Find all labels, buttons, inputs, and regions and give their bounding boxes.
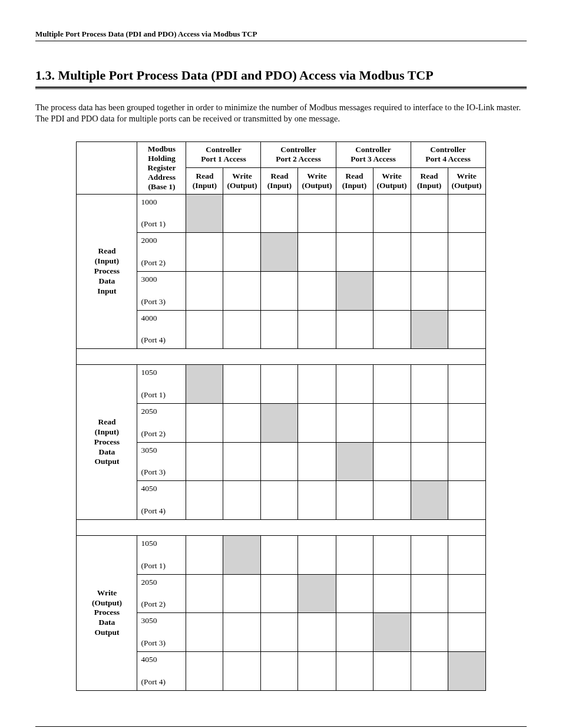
cell-address: 4050(Port 4) bbox=[137, 481, 186, 520]
cell-write bbox=[298, 271, 336, 310]
table-row: 4050(Port 4) bbox=[77, 481, 485, 520]
cell-write bbox=[223, 652, 261, 691]
cell-read bbox=[261, 481, 298, 520]
table-row: 4050(Port 4) bbox=[77, 652, 485, 691]
cell-write bbox=[448, 271, 485, 310]
th-text: Register bbox=[147, 163, 176, 172]
cell-read bbox=[186, 574, 223, 613]
cell-read bbox=[261, 233, 298, 272]
cell-address: 1050(Port 1) bbox=[137, 536, 186, 575]
th-write: Write(Output) bbox=[373, 168, 411, 195]
cell-write bbox=[298, 310, 336, 349]
access-table: Modbus Holding Register Address (Base 1)… bbox=[76, 141, 485, 691]
cell-write bbox=[298, 365, 336, 404]
cell-write bbox=[298, 442, 336, 481]
row-group-label: Write(Output)ProcessDataOutput bbox=[77, 536, 137, 691]
cell-read bbox=[186, 310, 223, 349]
cell-read bbox=[336, 404, 373, 443]
table-row: 3050(Port 3) bbox=[77, 442, 485, 481]
cell-write bbox=[223, 536, 261, 575]
cell-read bbox=[186, 233, 223, 272]
th-read: Read(Input) bbox=[411, 168, 448, 195]
cell-read bbox=[336, 310, 373, 349]
cell-read bbox=[186, 365, 223, 404]
cell-read bbox=[411, 194, 448, 233]
cell-address: 2000(Port 2) bbox=[137, 233, 186, 272]
cell-address: 4000(Port 4) bbox=[137, 310, 186, 349]
th-text: Port 4 Access bbox=[425, 154, 470, 163]
cell-read bbox=[336, 613, 373, 652]
cell-read bbox=[261, 613, 298, 652]
cell-read bbox=[261, 194, 298, 233]
cell-read bbox=[336, 271, 373, 310]
cell-write bbox=[373, 574, 411, 613]
cell-write bbox=[223, 442, 261, 481]
cell-read bbox=[411, 233, 448, 272]
th-text: (Input) bbox=[193, 181, 217, 190]
th-blank bbox=[77, 141, 137, 194]
cell-read bbox=[261, 271, 298, 310]
spacer-cell bbox=[77, 520, 485, 536]
cell-write bbox=[448, 652, 485, 691]
cell-address: 1000(Port 1) bbox=[137, 194, 186, 233]
cell-write bbox=[298, 652, 336, 691]
title-rule-thin bbox=[35, 88, 527, 89]
th-text: (Output) bbox=[302, 181, 332, 190]
row-group-label: Read(Input)ProcessDataInput bbox=[77, 194, 137, 349]
th-text: Write bbox=[382, 172, 402, 180]
cell-read bbox=[261, 404, 298, 443]
cell-write bbox=[448, 365, 485, 404]
spacer-row bbox=[77, 520, 485, 536]
th-write: Write(Output) bbox=[298, 168, 336, 195]
th-text: Read bbox=[346, 172, 363, 180]
cell-read bbox=[186, 613, 223, 652]
table-body: Read(Input)ProcessDataInput1000(Port 1)2… bbox=[77, 194, 485, 690]
cell-write bbox=[373, 310, 411, 349]
cell-read bbox=[336, 652, 373, 691]
table-row: 3050(Port 3) bbox=[77, 613, 485, 652]
th-modbus: Modbus Holding Register Address (Base 1) bbox=[137, 141, 186, 194]
cell-write bbox=[298, 481, 336, 520]
cell-write bbox=[448, 404, 485, 443]
th-text: (Output) bbox=[227, 181, 257, 190]
cell-write bbox=[373, 442, 411, 481]
cell-read bbox=[336, 574, 373, 613]
cell-write bbox=[448, 613, 485, 652]
cell-read bbox=[261, 652, 298, 691]
cell-read bbox=[186, 442, 223, 481]
th-text: (Output) bbox=[452, 181, 482, 190]
cell-write bbox=[298, 613, 336, 652]
th-text: Port 1 Access bbox=[201, 154, 246, 163]
cell-read bbox=[411, 271, 448, 310]
cell-write bbox=[373, 194, 411, 233]
section-title: 1.3. Multiple Port Process Data (PDI and… bbox=[59, 68, 527, 83]
th-text: (Base 1) bbox=[148, 182, 175, 191]
section-number: 1.3. bbox=[35, 68, 55, 83]
table-row: Write(Output)ProcessDataOutput1050(Port … bbox=[77, 536, 485, 575]
th-port2: Controller Port 2 Access bbox=[261, 141, 336, 168]
th-text: Controller bbox=[355, 145, 391, 154]
th-read: Read(Input) bbox=[261, 168, 298, 195]
cell-write bbox=[373, 271, 411, 310]
cell-address: 3050(Port 3) bbox=[137, 613, 186, 652]
cell-write bbox=[223, 365, 261, 404]
running-header: Multiple Port Process Data (PDI and PDO)… bbox=[35, 29, 527, 41]
th-text: Address bbox=[148, 173, 176, 182]
cell-address: 2050(Port 2) bbox=[137, 574, 186, 613]
cell-write bbox=[448, 536, 485, 575]
table-head: Modbus Holding Register Address (Base 1)… bbox=[77, 141, 485, 194]
cell-read bbox=[336, 442, 373, 481]
cell-write bbox=[223, 233, 261, 272]
cell-read bbox=[186, 404, 223, 443]
th-text: Read bbox=[196, 172, 213, 180]
th-port3: Controller Port 3 Access bbox=[336, 141, 411, 168]
cell-write bbox=[373, 652, 411, 691]
cell-read bbox=[336, 536, 373, 575]
th-text: Write bbox=[232, 172, 252, 180]
table-row: 2050(Port 2) bbox=[77, 574, 485, 613]
cell-address: 3050(Port 3) bbox=[137, 442, 186, 481]
row-group-label: Read(Input)ProcessDataOutput bbox=[77, 365, 137, 520]
cell-write bbox=[223, 310, 261, 349]
th-text: (Input) bbox=[267, 181, 292, 190]
cell-write bbox=[373, 365, 411, 404]
